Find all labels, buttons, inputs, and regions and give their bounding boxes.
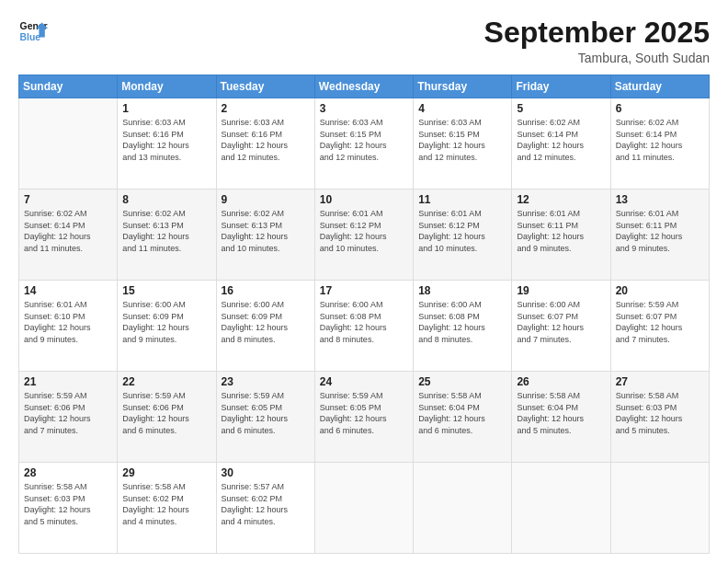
month-title: September 2025 <box>484 17 710 49</box>
day-number: 1 <box>122 102 210 115</box>
day-info: Sunrise: 5:58 AMSunset: 6:03 PMDaylight:… <box>616 390 704 436</box>
table-row: 24Sunrise: 5:59 AMSunset: 6:05 PMDayligh… <box>314 372 413 463</box>
header-thursday: Thursday <box>414 75 512 98</box>
header-tuesday: Tuesday <box>216 75 314 98</box>
logo: General Blue <box>18 17 48 46</box>
day-number: 12 <box>517 193 605 206</box>
day-info: Sunrise: 6:01 AMSunset: 6:10 PMDaylight:… <box>24 299 112 345</box>
calendar-week-row: 1Sunrise: 6:03 AMSunset: 6:16 PMDaylight… <box>19 98 710 190</box>
table-row: 12Sunrise: 6:01 AMSunset: 6:11 PMDayligh… <box>512 190 610 281</box>
day-number: 30 <box>222 466 310 479</box>
table-row: 28Sunrise: 5:58 AMSunset: 6:03 PMDayligh… <box>19 463 118 554</box>
calendar-week-row: 28Sunrise: 5:58 AMSunset: 6:03 PMDayligh… <box>19 463 710 554</box>
calendar-week-row: 7Sunrise: 6:02 AMSunset: 6:14 PMDaylight… <box>19 190 710 281</box>
day-number: 22 <box>122 375 210 388</box>
table-row: 29Sunrise: 5:58 AMSunset: 6:02 PMDayligh… <box>118 463 216 554</box>
table-row: 7Sunrise: 6:02 AMSunset: 6:14 PMDaylight… <box>19 190 118 281</box>
title-block: September 2025 Tambura, South Sudan <box>484 17 710 65</box>
table-row: 11Sunrise: 6:01 AMSunset: 6:12 PMDayligh… <box>414 190 512 281</box>
day-number: 7 <box>24 193 112 206</box>
table-row: 8Sunrise: 6:02 AMSunset: 6:13 PMDaylight… <box>118 190 216 281</box>
table-row: 20Sunrise: 5:59 AMSunset: 6:07 PMDayligh… <box>610 281 709 372</box>
day-info: Sunrise: 6:02 AMSunset: 6:14 PMDaylight:… <box>517 117 605 163</box>
table-row: 18Sunrise: 6:00 AMSunset: 6:08 PMDayligh… <box>414 281 512 372</box>
day-number: 13 <box>616 193 704 206</box>
day-info: Sunrise: 5:59 AMSunset: 6:06 PMDaylight:… <box>24 390 112 436</box>
table-row <box>19 98 118 190</box>
table-row: 2Sunrise: 6:03 AMSunset: 6:16 PMDaylight… <box>216 98 314 190</box>
day-info: Sunrise: 5:58 AMSunset: 6:04 PMDaylight:… <box>418 390 506 436</box>
table-row: 19Sunrise: 6:00 AMSunset: 6:07 PMDayligh… <box>512 281 610 372</box>
header-sunday: Sunday <box>19 75 118 98</box>
calendar-table: Sunday Monday Tuesday Wednesday Thursday… <box>18 75 710 554</box>
day-number: 15 <box>122 284 210 297</box>
logo-icon: General Blue <box>18 17 48 46</box>
day-number: 27 <box>616 375 704 388</box>
day-info: Sunrise: 6:02 AMSunset: 6:14 PMDaylight:… <box>24 208 112 254</box>
day-info: Sunrise: 6:00 AMSunset: 6:07 PMDaylight:… <box>517 299 605 345</box>
table-row: 14Sunrise: 6:01 AMSunset: 6:10 PMDayligh… <box>19 281 118 372</box>
table-row <box>314 463 413 554</box>
day-info: Sunrise: 5:59 AMSunset: 6:06 PMDaylight:… <box>122 390 210 436</box>
day-number: 28 <box>24 466 112 479</box>
weekday-header-row: Sunday Monday Tuesday Wednesday Thursday… <box>19 75 710 98</box>
day-number: 25 <box>418 375 506 388</box>
header: General Blue September 2025 Tambura, Sou… <box>18 17 710 65</box>
day-number: 26 <box>517 375 605 388</box>
day-info: Sunrise: 5:59 AMSunset: 6:05 PMDaylight:… <box>320 390 408 436</box>
day-info: Sunrise: 6:00 AMSunset: 6:08 PMDaylight:… <box>320 299 408 345</box>
day-info: Sunrise: 5:57 AMSunset: 6:02 PMDaylight:… <box>222 481 310 527</box>
day-info: Sunrise: 6:03 AMSunset: 6:15 PMDaylight:… <box>418 117 506 163</box>
table-row <box>414 463 512 554</box>
table-row: 22Sunrise: 5:59 AMSunset: 6:06 PMDayligh… <box>118 372 216 463</box>
table-row: 16Sunrise: 6:00 AMSunset: 6:09 PMDayligh… <box>216 281 314 372</box>
table-row: 4Sunrise: 6:03 AMSunset: 6:15 PMDaylight… <box>414 98 512 190</box>
day-info: Sunrise: 6:03 AMSunset: 6:15 PMDaylight:… <box>320 117 408 163</box>
table-row: 3Sunrise: 6:03 AMSunset: 6:15 PMDaylight… <box>314 98 413 190</box>
table-row: 23Sunrise: 5:59 AMSunset: 6:05 PMDayligh… <box>216 372 314 463</box>
table-row: 5Sunrise: 6:02 AMSunset: 6:14 PMDaylight… <box>512 98 610 190</box>
table-row: 15Sunrise: 6:00 AMSunset: 6:09 PMDayligh… <box>118 281 216 372</box>
day-info: Sunrise: 6:01 AMSunset: 6:11 PMDaylight:… <box>616 208 704 254</box>
day-number: 8 <box>122 193 210 206</box>
day-number: 23 <box>222 375 310 388</box>
day-number: 17 <box>320 284 408 297</box>
page: General Blue September 2025 Tambura, Sou… <box>0 0 728 563</box>
day-number: 5 <box>517 102 605 115</box>
day-info: Sunrise: 6:03 AMSunset: 6:16 PMDaylight:… <box>122 117 210 163</box>
day-info: Sunrise: 5:58 AMSunset: 6:03 PMDaylight:… <box>24 481 112 527</box>
day-number: 9 <box>222 193 310 206</box>
table-row: 27Sunrise: 5:58 AMSunset: 6:03 PMDayligh… <box>610 372 709 463</box>
day-info: Sunrise: 6:02 AMSunset: 6:13 PMDaylight:… <box>122 208 210 254</box>
table-row: 13Sunrise: 6:01 AMSunset: 6:11 PMDayligh… <box>610 190 709 281</box>
day-number: 29 <box>122 466 210 479</box>
day-number: 6 <box>616 102 704 115</box>
table-row: 25Sunrise: 5:58 AMSunset: 6:04 PMDayligh… <box>414 372 512 463</box>
table-row <box>610 463 709 554</box>
day-info: Sunrise: 5:59 AMSunset: 6:05 PMDaylight:… <box>222 390 310 436</box>
day-info: Sunrise: 6:01 AMSunset: 6:11 PMDaylight:… <box>517 208 605 254</box>
day-info: Sunrise: 6:02 AMSunset: 6:13 PMDaylight:… <box>222 208 310 254</box>
table-row: 1Sunrise: 6:03 AMSunset: 6:16 PMDaylight… <box>118 98 216 190</box>
day-info: Sunrise: 6:02 AMSunset: 6:14 PMDaylight:… <box>616 117 704 163</box>
location-subtitle: Tambura, South Sudan <box>484 51 710 65</box>
day-number: 14 <box>24 284 112 297</box>
header-wednesday: Wednesday <box>314 75 413 98</box>
day-number: 11 <box>418 193 506 206</box>
header-saturday: Saturday <box>610 75 709 98</box>
day-number: 4 <box>418 102 506 115</box>
header-monday: Monday <box>118 75 216 98</box>
day-number: 24 <box>320 375 408 388</box>
header-friday: Friday <box>512 75 610 98</box>
table-row <box>512 463 610 554</box>
calendar-week-row: 21Sunrise: 5:59 AMSunset: 6:06 PMDayligh… <box>19 372 710 463</box>
day-info: Sunrise: 6:00 AMSunset: 6:08 PMDaylight:… <box>418 299 506 345</box>
table-row: 9Sunrise: 6:02 AMSunset: 6:13 PMDaylight… <box>216 190 314 281</box>
svg-text:Blue: Blue <box>20 32 41 42</box>
day-number: 10 <box>320 193 408 206</box>
day-number: 19 <box>517 284 605 297</box>
day-info: Sunrise: 6:03 AMSunset: 6:16 PMDaylight:… <box>222 117 310 163</box>
day-number: 21 <box>24 375 112 388</box>
table-row: 21Sunrise: 5:59 AMSunset: 6:06 PMDayligh… <box>19 372 118 463</box>
table-row: 26Sunrise: 5:58 AMSunset: 6:04 PMDayligh… <box>512 372 610 463</box>
